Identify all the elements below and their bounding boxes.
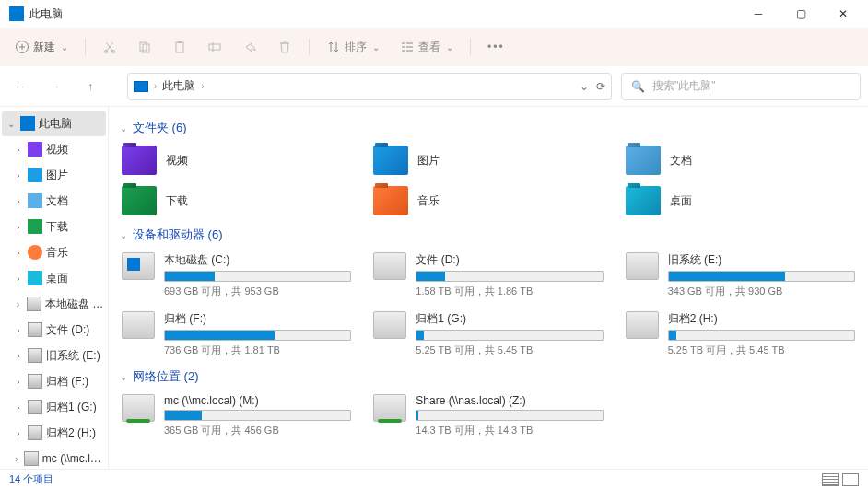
section-title: 文件夹 (6) — [133, 120, 187, 136]
sidebar-item[interactable]: ›桌面 — [0, 265, 108, 291]
section-network[interactable]: ⌄ 网络位置 (2) — [120, 368, 857, 385]
rename-button[interactable] — [200, 36, 229, 58]
sidebar-item-icon — [20, 116, 35, 131]
drive-item[interactable]: 文件 (D:)1.58 TB 可用，共 1.86 TB — [371, 250, 604, 300]
minimize-button[interactable]: ─ — [737, 0, 780, 28]
drive-item[interactable]: 本地磁盘 (C:)693 GB 可用，共 953 GB — [120, 250, 353, 300]
drive-item[interactable]: 归档 (F:)736 GB 可用，共 1.81 TB — [120, 309, 353, 359]
chevron-down-icon: ⌄ — [120, 123, 127, 134]
sidebar-item-label: mc (\\mc.local) (M:) — [42, 452, 104, 465]
drive-info: 5.25 TB 可用，共 5.45 TB — [668, 343, 855, 357]
search-input[interactable]: 🔍 搜索"此电脑" — [621, 73, 861, 100]
drive-item[interactable]: 归档1 (G:)5.25 TB 可用，共 5.45 TB — [371, 309, 604, 359]
sidebar-item[interactable]: ›归档1 (G:) — [0, 394, 108, 420]
sidebar-item[interactable]: ›mc (\\mc.local) (M:) — [0, 446, 108, 469]
more-button[interactable]: ••• — [480, 37, 512, 57]
network-drive-item[interactable]: Share (\\nas.local) (Z:)14.3 TB 可用，共 14.… — [371, 392, 604, 439]
address-dropdown[interactable]: ⌄ — [580, 80, 589, 93]
folder-item[interactable]: 桌面 — [624, 184, 857, 217]
icons-view-button[interactable] — [842, 473, 859, 486]
refresh-button[interactable]: ⟳ — [596, 80, 605, 93]
copy-button[interactable] — [130, 36, 159, 58]
drive-info: 365 GB 可用，共 456 GB — [164, 424, 351, 437]
chevron-down-icon: ⌄ — [446, 42, 453, 52]
sidebar-item-label: 图片 — [46, 168, 68, 183]
drive-usage-bar — [416, 330, 603, 341]
drive-icon — [373, 311, 406, 339]
sidebar-item[interactable]: ›视频 — [0, 136, 108, 162]
sidebar-item[interactable]: ›归档 (F:) — [0, 368, 108, 394]
chevron-down-icon: ⌄ — [120, 372, 127, 382]
drive-label: 旧系统 (E:) — [668, 252, 855, 268]
folder-icon — [626, 186, 661, 215]
sidebar-item[interactable]: ›文档 — [0, 188, 108, 214]
sidebar-item[interactable]: ›文件 (D:) — [0, 317, 108, 343]
drive-item[interactable]: 旧系统 (E:)343 GB 可用，共 930 GB — [624, 250, 857, 300]
section-folders[interactable]: ⌄ 文件夹 (6) — [120, 120, 857, 136]
plus-circle-icon — [15, 40, 29, 54]
nav-row: ← → ↑ › 此电脑 › ⌄ ⟳ 🔍 搜索"此电脑" — [0, 66, 868, 107]
forward-button[interactable]: → — [42, 74, 68, 99]
folder-label: 桌面 — [670, 193, 692, 209]
maximize-button[interactable]: ▢ — [780, 0, 822, 28]
drive-usage-bar — [668, 330, 855, 341]
drive-icon — [122, 311, 155, 339]
share-button[interactable] — [235, 36, 264, 58]
sidebar-item[interactable]: ›本地磁盘 (C:) — [0, 291, 108, 317]
drive-icon — [122, 252, 155, 280]
sidebar-item[interactable]: ›下载 — [0, 214, 108, 239]
sidebar-item[interactable]: ›图片 — [0, 162, 108, 188]
folder-icon — [373, 186, 408, 215]
sidebar-item-label: 此电脑 — [39, 116, 72, 132]
folder-icon — [122, 186, 157, 215]
up-button[interactable]: ↑ — [77, 74, 103, 99]
tree-chevron-icon: › — [13, 454, 20, 464]
sidebar-item[interactable]: ⌄此电脑 — [2, 111, 106, 136]
sidebar-item[interactable]: ›音乐 — [0, 239, 108, 265]
network-drive-item[interactable]: mc (\\mc.local) (M:)365 GB 可用，共 456 GB — [120, 392, 353, 439]
drive-item[interactable]: 归档2 (H:)5.25 TB 可用，共 5.45 TB — [624, 309, 857, 359]
sidebar-item-icon — [28, 219, 42, 234]
sidebar-item-label: 归档2 (H:) — [46, 425, 96, 441]
sidebar-item-icon — [27, 297, 41, 311]
drive-usage-bar — [668, 271, 855, 282]
tree-chevron-icon: › — [13, 402, 24, 413]
sidebar-item-label: 归档1 (G:) — [46, 400, 97, 415]
sidebar-item-icon — [28, 374, 42, 389]
folder-item[interactable]: 视频 — [120, 144, 353, 177]
folder-item[interactable]: 文档 — [624, 144, 857, 177]
drive-label: 文件 (D:) — [416, 252, 603, 268]
sidebar-item-icon — [28, 245, 42, 260]
folder-icon — [626, 146, 661, 175]
folder-item[interactable]: 图片 — [371, 144, 604, 177]
back-button[interactable]: ← — [7, 74, 33, 99]
svg-rect-7 — [209, 44, 220, 50]
cut-button[interactable] — [95, 36, 124, 58]
delete-button[interactable] — [270, 36, 299, 58]
title-bar: 此电脑 ─ ▢ ✕ — [0, 0, 868, 28]
paste-button[interactable] — [165, 36, 194, 58]
breadcrumb[interactable]: 此电脑 — [162, 78, 195, 94]
drive-label: 归档 (F:) — [164, 311, 351, 327]
main-content: ⌄ 文件夹 (6) 视频图片文档下载音乐桌面 ⌄ 设备和驱动器 (6) 本地磁盘… — [109, 107, 868, 469]
close-button[interactable]: ✕ — [822, 0, 864, 28]
folder-item[interactable]: 下载 — [120, 184, 353, 217]
app-icon — [9, 6, 24, 21]
view-button[interactable]: 查看 ⌄ — [393, 36, 461, 59]
sidebar-item[interactable]: ›归档2 (H:) — [0, 420, 108, 446]
drive-usage-bar — [164, 410, 351, 421]
sort-button[interactable]: 排序 ⌄ — [319, 36, 387, 59]
sidebar-item-icon — [28, 168, 42, 182]
sidebar-item-label: 文件 (D:) — [46, 322, 89, 338]
more-icon: ••• — [487, 41, 505, 53]
section-drives[interactable]: ⌄ 设备和驱动器 (6) — [120, 227, 857, 243]
tree-chevron-icon: › — [13, 325, 24, 335]
new-button[interactable]: 新建 ⌄ — [7, 36, 76, 59]
drive-icon — [373, 394, 406, 422]
svg-rect-6 — [178, 41, 182, 43]
folder-item[interactable]: 音乐 — [371, 184, 604, 217]
drive-info: 693 GB 可用，共 953 GB — [164, 285, 351, 298]
sidebar-item[interactable]: ›旧系统 (E:) — [0, 343, 108, 368]
address-bar[interactable]: › 此电脑 › ⌄ ⟳ — [127, 73, 612, 100]
details-view-button[interactable] — [822, 473, 839, 486]
